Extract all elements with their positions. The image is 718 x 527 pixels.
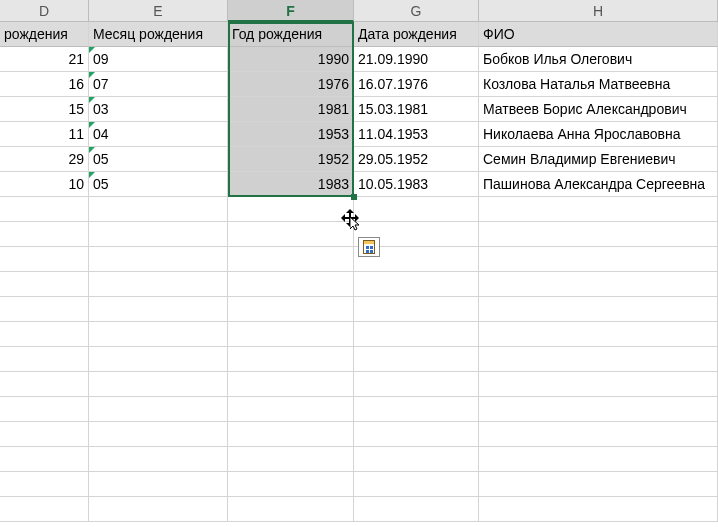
cell-empty[interactable] (0, 447, 89, 472)
cell-H-r2[interactable]: Матвеев Борис Александрович (479, 97, 718, 122)
cell-empty[interactable] (89, 347, 228, 372)
cell-empty[interactable] (89, 472, 228, 497)
cell-header-E[interactable]: Месяц рождения (89, 22, 228, 47)
cell-header-F[interactable]: Год рождения (228, 22, 354, 47)
paste-options-button[interactable] (358, 237, 380, 257)
cell-F-r0[interactable]: 1990 (228, 47, 354, 72)
cell-header-H[interactable]: ФИО (479, 22, 718, 47)
cell-empty[interactable] (354, 297, 479, 322)
cell-empty[interactable] (89, 372, 228, 397)
cell-H-r4[interactable]: Семин Владимир Евгениевич (479, 147, 718, 172)
col-header-H[interactable]: H (479, 0, 718, 22)
cell-empty[interactable] (89, 322, 228, 347)
cell-G-r5[interactable]: 10.05.1983 (354, 172, 479, 197)
cell-header-G[interactable]: Дата рождения (354, 22, 479, 47)
cell-E-r2[interactable]: 03 (89, 97, 228, 122)
cell-G-r2[interactable]: 15.03.1981 (354, 97, 479, 122)
cell-H-r1[interactable]: Козлова Наталья Матвеевна (479, 72, 718, 97)
cell-empty[interactable] (89, 297, 228, 322)
cell-empty[interactable] (479, 322, 718, 347)
cell-G-r0[interactable]: 21.09.1990 (354, 47, 479, 72)
cell-empty[interactable] (479, 447, 718, 472)
cell-empty[interactable] (479, 222, 718, 247)
cell-empty[interactable] (479, 347, 718, 372)
cell-empty[interactable] (89, 422, 228, 447)
cell-F-r2[interactable]: 1981 (228, 97, 354, 122)
cell-empty[interactable] (228, 297, 354, 322)
cell-empty[interactable] (354, 322, 479, 347)
cell-G-r3[interactable]: 11.04.1953 (354, 122, 479, 147)
cell-empty[interactable] (479, 197, 718, 222)
cell-empty[interactable] (0, 222, 89, 247)
cell-empty[interactable] (354, 347, 479, 372)
cell-empty[interactable] (0, 322, 89, 347)
col-header-F[interactable]: F (228, 0, 354, 22)
col-header-G[interactable]: G (354, 0, 479, 22)
cell-empty[interactable] (0, 347, 89, 372)
cell-empty[interactable] (354, 272, 479, 297)
cell-empty[interactable] (0, 472, 89, 497)
cell-empty[interactable] (89, 447, 228, 472)
cell-empty[interactable] (228, 422, 354, 447)
cell-empty[interactable] (354, 397, 479, 422)
cell-empty[interactable] (228, 197, 354, 222)
cell-empty[interactable] (354, 472, 479, 497)
cell-empty[interactable] (228, 447, 354, 472)
cell-empty[interactable] (479, 497, 718, 522)
cell-empty[interactable] (0, 197, 89, 222)
cell-empty[interactable] (228, 347, 354, 372)
cell-D-r5[interactable]: 10 (0, 172, 89, 197)
cell-E-r1[interactable]: 07 (89, 72, 228, 97)
col-header-E[interactable]: E (89, 0, 228, 22)
cell-empty[interactable] (89, 397, 228, 422)
cell-F-r5[interactable]: 1983 (228, 172, 354, 197)
cell-empty[interactable] (89, 497, 228, 522)
cell-empty[interactable] (479, 397, 718, 422)
cell-empty[interactable] (479, 372, 718, 397)
cell-empty[interactable] (479, 297, 718, 322)
cell-empty[interactable] (354, 497, 479, 522)
cell-D-r1[interactable]: 16 (0, 72, 89, 97)
cell-empty[interactable] (89, 247, 228, 272)
cell-D-r3[interactable]: 11 (0, 122, 89, 147)
cell-G-r4[interactable]: 29.05.1952 (354, 147, 479, 172)
cell-header-D[interactable]: рождения (0, 22, 89, 47)
cell-empty[interactable] (228, 222, 354, 247)
cell-empty[interactable] (228, 472, 354, 497)
cell-D-r0[interactable]: 21 (0, 47, 89, 72)
cell-empty[interactable] (228, 272, 354, 297)
cell-empty[interactable] (354, 197, 479, 222)
cell-H-r5[interactable]: Пашинова Александра Сергеевна (479, 172, 718, 197)
cell-empty[interactable] (228, 372, 354, 397)
cell-empty[interactable] (89, 222, 228, 247)
cell-empty[interactable] (0, 297, 89, 322)
cell-G-r1[interactable]: 16.07.1976 (354, 72, 479, 97)
cell-empty[interactable] (0, 247, 89, 272)
col-header-D[interactable]: D (0, 0, 89, 22)
fill-handle[interactable] (351, 194, 357, 200)
cell-H-r0[interactable]: Бобков Илья Олегович (479, 47, 718, 72)
cell-D-r2[interactable]: 15 (0, 97, 89, 122)
cell-empty[interactable] (89, 272, 228, 297)
cell-empty[interactable] (89, 197, 228, 222)
cell-empty[interactable] (479, 247, 718, 272)
cell-empty[interactable] (0, 397, 89, 422)
cell-empty[interactable] (0, 497, 89, 522)
cell-empty[interactable] (354, 422, 479, 447)
cell-empty[interactable] (354, 372, 479, 397)
cell-empty[interactable] (0, 372, 89, 397)
cell-E-r4[interactable]: 05 (89, 147, 228, 172)
cell-empty[interactable] (0, 422, 89, 447)
cell-F-r1[interactable]: 1976 (228, 72, 354, 97)
cell-empty[interactable] (479, 272, 718, 297)
cell-empty[interactable] (228, 397, 354, 422)
cell-empty[interactable] (479, 422, 718, 447)
cell-E-r0[interactable]: 09 (89, 47, 228, 72)
cell-F-r4[interactable]: 1952 (228, 147, 354, 172)
cell-empty[interactable] (228, 247, 354, 272)
cell-empty[interactable] (0, 272, 89, 297)
spreadsheet-grid[interactable]: D E F G H рождения Месяц рождения Год ро… (0, 0, 718, 522)
cell-D-r4[interactable]: 29 (0, 147, 89, 172)
cell-H-r3[interactable]: Николаева Анна Ярославовна (479, 122, 718, 147)
cell-F-r3[interactable]: 1953 (228, 122, 354, 147)
